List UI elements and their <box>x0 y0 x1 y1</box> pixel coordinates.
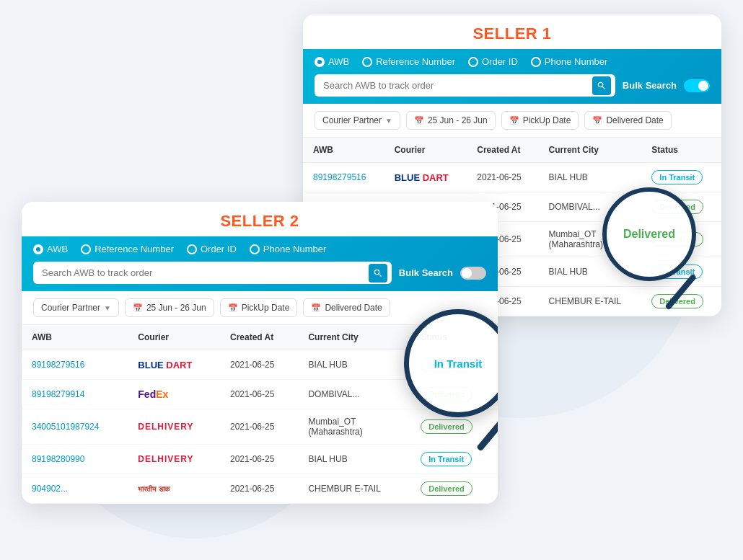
seller1-radio-refnum-circle <box>362 57 372 67</box>
seller2-status-5: Delivered <box>421 481 472 496</box>
seller1-radio-orderid[interactable]: Order ID <box>468 56 518 67</box>
seller2-radio-refnum-circle <box>81 244 91 254</box>
seller1-radio-awb-circle <box>315 57 325 67</box>
seller2-created-3: 2021-06-25 <box>220 409 298 445</box>
seller1-city-1: BIAL HUB <box>539 163 642 192</box>
seller2-radio-orderid-label: Order ID <box>201 244 237 254</box>
seller2-search-input[interactable] <box>33 262 392 284</box>
seller1-date-filter[interactable]: 📅 25 Jun - 26 Jun <box>406 111 496 130</box>
seller2-awb-4[interactable]: 89198280990 <box>32 454 84 464</box>
seller1-magnifier: Delivered <box>602 187 696 281</box>
seller1-col-status: Status <box>641 138 721 163</box>
seller2-delivered-icon: 📅 <box>311 303 321 313</box>
seller2-pickup-icon: 📅 <box>228 303 238 313</box>
seller2-date-filter[interactable]: 📅 25 Jun - 26 Jun <box>125 298 214 317</box>
seller2-courier-caret: ▼ <box>104 304 111 312</box>
seller2-radio-awb-label: AWB <box>47 244 68 254</box>
seller2-courier-1: BLUE DART <box>138 360 192 370</box>
seller2-city-1: BIAL HUB <box>298 350 410 380</box>
seller1-radio-orderid-circle <box>468 57 478 67</box>
table-row: 89198280990 DELHIVERY 2021-06-25 BIAL HU… <box>22 445 498 474</box>
seller2-courier-3: DELHIVERY <box>138 422 193 432</box>
seller2-radio-orderid-circle <box>187 244 197 254</box>
seller1-bulk-label: Bulk Search <box>623 80 677 91</box>
seller2-radio-orderid[interactable]: Order ID <box>187 244 237 254</box>
seller1-col-city: Current City <box>539 138 642 163</box>
seller2-header: AWB Reference Number Order ID Phone Numb… <box>22 236 498 291</box>
seller2-search-wrap <box>33 262 392 284</box>
seller1-col-awb: AWB <box>303 138 384 163</box>
seller2-search-row: Bulk Search <box>33 262 486 284</box>
seller1-awb-1[interactable]: 89198279516 <box>313 172 366 182</box>
seller2-pickup-label: PickUp Date <box>242 303 290 313</box>
seller2-city-4: BIAL HUB <box>298 445 410 474</box>
seller2-col-awb: AWB <box>22 325 128 350</box>
seller1-bulk-toggle[interactable] <box>684 79 710 92</box>
seller2-radio-refnum[interactable]: Reference Number <box>81 244 174 254</box>
seller1-delivered-icon: 📅 <box>592 116 602 125</box>
seller1-radio-phone-circle <box>531 57 541 67</box>
seller1-search-input[interactable] <box>315 74 615 97</box>
seller1-radio-phone[interactable]: Phone Number <box>531 56 607 67</box>
seller1-search-button[interactable] <box>592 76 611 95</box>
seller1-radio-awb[interactable]: AWB <box>315 56 349 67</box>
seller2-courier-filter[interactable]: Courier Partner ▼ <box>33 298 119 317</box>
seller2-created-1: 2021-06-25 <box>220 350 298 380</box>
seller2-courier-4: DELHIVERY <box>138 454 193 464</box>
seller1-filters: Courier Partner ▼ 📅 25 Jun - 26 Jun 📅 Pi… <box>303 104 721 138</box>
seller1-radio-refnum[interactable]: Reference Number <box>362 56 455 67</box>
seller2-date-label: 25 Jun - 26 Jun <box>146 303 206 313</box>
seller2-awb-1[interactable]: 89198279516 <box>32 360 84 370</box>
seller2-awb-3[interactable]: 34005101987924 <box>32 422 99 432</box>
seller2-awb-2[interactable]: 89198279914 <box>32 389 84 399</box>
seller2-delivered-label: Delivered Date <box>325 303 382 313</box>
seller2-status-3: Delivered <box>421 419 472 434</box>
seller2-awb-5[interactable]: 904902... <box>32 484 68 494</box>
seller2-city-5: CHEMBUR E-TAIL <box>298 474 410 504</box>
seller1-header: AWB Reference Number Order ID Phone Numb… <box>303 49 721 104</box>
seller1-pickup-label: PickUp Date <box>523 115 571 125</box>
seller1-toggle-knob <box>698 81 708 91</box>
seller1-courier-label: Courier Partner <box>322 115 382 125</box>
seller1-col-created: Created At <box>467 138 538 163</box>
seller2-radio-awb-circle <box>33 244 43 254</box>
seller1-pickup-filter[interactable]: 📅 PickUp Date <box>501 111 579 130</box>
seller1-pickup-icon: 📅 <box>509 116 519 125</box>
seller1-courier-caret: ▼ <box>385 117 392 125</box>
seller1-col-courier: Courier <box>384 138 467 163</box>
seller2-city-2: DOMBIVAL... <box>298 380 410 409</box>
table-row: 34005101987924 DELHIVERY 2021-06-25 Mumb… <box>22 409 498 445</box>
seller2-bulk-label: Bulk Search <box>399 267 453 278</box>
seller2-created-5: 2021-06-25 <box>220 474 298 504</box>
seller2-courier-5: भारतीय डाक <box>138 485 170 493</box>
seller2-col-created: Created At <box>220 325 298 350</box>
seller1-courier-filter[interactable]: Courier Partner ▼ <box>315 111 400 130</box>
seller2-radio-phone-label: Phone Number <box>263 244 326 254</box>
seller2-radio-phone[interactable]: Phone Number <box>250 244 326 254</box>
seller1-title: SELLER 1 <box>303 14 721 49</box>
seller2-title: SELLER 2 <box>22 202 498 236</box>
seller2-col-city: Current City <box>298 325 410 350</box>
seller1-radio-row: AWB Reference Number Order ID Phone Numb… <box>315 56 710 67</box>
seller2-courier-2: FedEx <box>138 388 168 400</box>
seller1-radio-phone-label: Phone Number <box>545 56 607 67</box>
seller2-pickup-filter[interactable]: 📅 PickUp Date <box>220 298 298 317</box>
seller2-radio-awb[interactable]: AWB <box>33 244 68 254</box>
seller1-delivered-filter[interactable]: 📅 Delivered Date <box>584 111 671 130</box>
seller1-status-1: In Transit <box>651 170 703 185</box>
seller1-magnifier-text: Delivered <box>623 228 675 241</box>
seller2-magnifier-text: In Transit <box>434 357 483 370</box>
seller2-search-button[interactable] <box>369 264 387 283</box>
seller1-delivered-label: Delivered Date <box>606 115 663 125</box>
seller2-courier-label: Courier Partner <box>41 303 100 313</box>
seller1-table-header-row: AWB Courier Created At Current City Stat… <box>303 138 721 163</box>
seller2-delivered-filter[interactable]: 📅 Delivered Date <box>303 298 390 317</box>
seller2-card: SELLER 2 AWB Reference Number Order ID P… <box>22 202 498 504</box>
seller2-bulk-toggle[interactable] <box>460 267 486 280</box>
seller1-courier-1: BLUE DART <box>395 172 449 183</box>
seller2-radio-row: AWB Reference Number Order ID Phone Numb… <box>33 244 486 254</box>
seller2-radio-phone-circle <box>250 244 260 254</box>
table-row: 904902... भारतीय डाक 2021-06-25 CHEMBUR … <box>22 474 498 504</box>
seller2-calendar-icon: 📅 <box>133 303 143 313</box>
seller2-status-4: In Transit <box>421 452 472 466</box>
